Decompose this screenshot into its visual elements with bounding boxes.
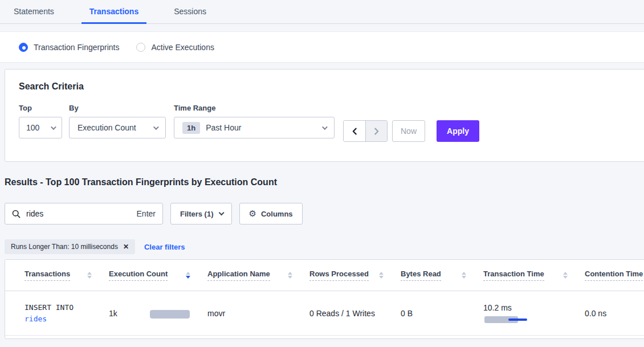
top-select[interactable]: 100 [19,117,62,138]
gear-icon: ⚙ [249,209,256,219]
column-header-label[interactable]: Application Name [207,270,270,281]
transaction-time-cell: 10.2 ms [483,303,585,323]
sort-icon[interactable] [563,272,568,279]
now-button[interactable]: Now [392,120,425,142]
column-header-execution-count: Execution Count [109,270,207,281]
results-heading: Results - Top 100 Transaction Fingerprin… [5,177,277,187]
applied-filters-row: Runs Longer Than: 10 milliseconds ✕ Clea… [5,239,185,254]
transaction-time-bar [483,316,529,323]
column-header-label[interactable]: Bytes Read [401,270,441,281]
search-box: Enter [5,203,163,224]
table-row: INSERT INTO rides 1k movr 0 Reads / 1 Wr… [5,291,644,336]
column-header-contention-time: Contention Time [585,270,644,281]
contention-time-cell: 0.0 ns [585,309,644,318]
chevron-down-icon [322,124,328,130]
filter-chip-runs-longer-than: Runs Longer Than: 10 milliseconds ✕ [5,239,135,254]
time-range-arrow-group [343,120,388,142]
by-field-group: By Execution Count [69,104,166,138]
execution-count-bar [150,310,190,319]
filters-button[interactable]: Filters (1) [170,203,232,224]
statement-text: INSERT INTO [25,302,109,313]
chevron-down-icon [218,210,224,215]
top-label: Top [19,104,62,112]
column-header-transaction-time: Transaction Time [483,270,585,281]
radio-active-executions[interactable]: Active Executions [136,43,214,52]
search-enter-button[interactable]: Enter [137,209,156,218]
sort-desc-active-icon[interactable] [186,272,190,279]
radio-label: Active Executions [151,43,214,52]
time-range-badge: 1h [182,122,200,134]
filters-button-label: Filters (1) [180,210,214,218]
tab-transactions[interactable]: Transactions [81,0,146,24]
time-range-next-button[interactable] [365,121,387,141]
column-header-rows-processed: Rows Processed [309,270,401,281]
tab-sessions[interactable]: Sessions [166,0,214,24]
radio-unselected-icon [136,43,145,52]
radio-selected-icon [19,43,28,52]
top-select-value: 100 [26,123,39,132]
radio-transaction-fingerprints[interactable]: Transaction Fingerprints [19,43,119,52]
time-range-prev-button[interactable] [344,121,365,141]
radio-label: Transaction Fingerprints [34,43,119,52]
chevron-down-icon [153,124,159,130]
search-criteria-title: Search Criteria [19,81,84,92]
columns-button-label: Columns [261,210,293,218]
bytes-read-cell: 0 B [401,309,483,318]
chevron-right-icon [373,128,380,135]
time-range-select[interactable]: 1h Past Hour [174,117,335,138]
search-criteria-card: Search Criteria Top 100 By Execution Cou… [5,69,644,162]
execution-count-value: 1k [109,309,117,318]
by-select-value: Execution Count [78,123,136,132]
sort-icon[interactable] [288,272,292,279]
results-toolbar: Enter Filters (1) ⚙ Columns [5,203,303,224]
column-header-label[interactable]: Transaction Time [483,270,544,281]
column-header-application-name: Application Name [207,270,309,281]
search-icon [12,210,21,218]
chevron-down-icon [51,124,56,130]
table-header-row: Transactions Execution Count Application… [5,260,644,291]
execution-count-cell: 1k [109,291,207,335]
filter-chip-label: Runs Longer Than: 10 milliseconds [11,243,118,251]
by-select[interactable]: Execution Count [69,117,166,138]
statement-link[interactable]: rides [25,313,109,325]
transactions-page: Statements Transactions Sessions Transac… [0,0,644,347]
application-name-cell: movr [207,309,309,318]
time-range-label: Time Range [174,104,335,112]
column-header-transactions: Transactions [25,270,109,281]
transaction-time-bar-stddev [508,319,527,321]
transaction-time-value: 10.2 ms [483,303,585,312]
time-range-field-group: Time Range 1h Past Hour [174,104,335,138]
apply-button[interactable]: Apply [437,120,479,142]
column-header-bytes-read: Bytes Read [401,270,483,281]
transaction-statement-cell: INSERT INTO rides [25,302,109,325]
search-input[interactable] [26,209,131,218]
by-label: By [69,104,166,112]
view-toggle-band: Transaction Fingerprints Active Executio… [0,31,644,63]
column-header-label[interactable]: Contention Time [585,270,643,281]
sort-icon[interactable] [87,272,92,279]
results-table-card: Transactions Execution Count Application… [5,259,644,339]
tab-statements[interactable]: Statements [6,0,62,24]
top-field-group: Top 100 [19,104,62,138]
clear-filters-link[interactable]: Clear filters [144,243,185,251]
sort-icon[interactable] [379,272,384,279]
time-range-value: Past Hour [206,123,316,132]
remove-filter-icon[interactable]: ✕ [123,243,129,251]
top-tab-bar: Statements Transactions Sessions [0,0,644,24]
rows-processed-cell: 0 Reads / 1 Writes [309,309,401,318]
columns-button[interactable]: ⚙ Columns [239,203,303,224]
chevron-left-icon [351,128,358,135]
sort-icon[interactable] [462,272,466,279]
column-header-label[interactable]: Transactions [25,270,70,281]
column-header-label[interactable]: Rows Processed [309,270,369,281]
column-header-label[interactable]: Execution Count [109,270,168,281]
